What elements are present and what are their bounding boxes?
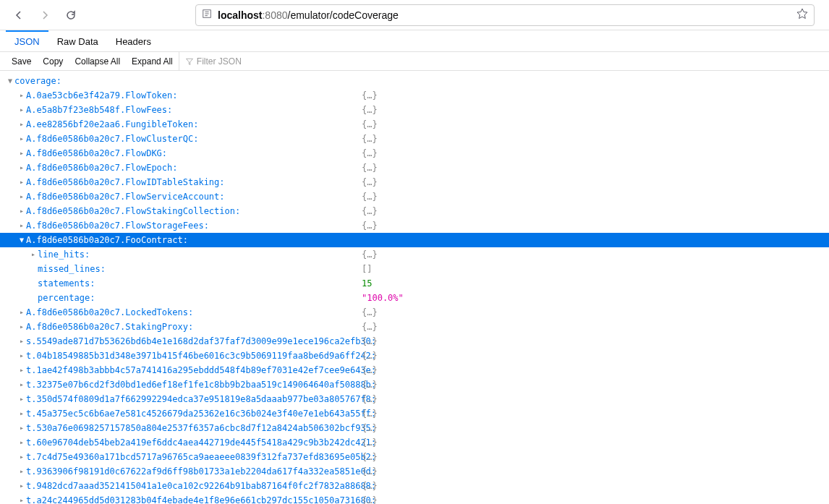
json-key[interactable]: A.f8d6e0586b0a20c7.LockedTokens: [26,305,193,320]
json-key[interactable]: A.f8d6e0586b0a20c7.FlowServiceAccount: [26,189,225,204]
chevron-right-icon[interactable]: ▸ [17,349,26,363]
json-key[interactable]: A.f8d6e0586b0a20c7.FlowStorageFees: [26,218,209,233]
json-key[interactable]: A.e5a8b7f23e8b548f.FlowFees: [26,103,172,117]
chevron-right-icon[interactable]: ▸ [17,146,26,161]
chevron-right-icon[interactable]: ▸ [17,204,26,218]
chevron-right-icon[interactable]: ▸ [17,88,26,103]
json-child-row[interactable]: statements: 15 [0,276,829,291]
chevron-right-icon[interactable]: ▸ [17,161,26,175]
tab-headers[interactable]: Headers [107,30,160,51]
json-key[interactable]: t.60e96704deb54beb2a419ef6ddc4aea442719d… [26,435,376,450]
json-key[interactable]: statements: [38,276,95,291]
save-button[interactable]: Save [6,52,37,70]
chevron-right-icon[interactable]: ▸ [17,132,26,146]
json-key[interactable]: coverage: [14,74,61,88]
expand-all-button[interactable]: Expand All [126,52,179,70]
json-object-row[interactable]: ▸A.f8d6e0586b0a20c7.FlowServiceAccount:{… [0,189,829,204]
json-key[interactable]: t.9363906f98191d0c67622af9d6ff98b01733a1… [26,464,376,479]
json-key[interactable]: t.7c4d75e49360a171bcd5717a96765ca9aeaeee… [26,450,376,464]
json-object-row[interactable]: ▸A.e5a8b7f23e8b548f.FlowFees:{…} [0,103,829,117]
forward-button[interactable] [35,5,55,25]
json-object-row[interactable]: ▸A.0ae53cb6e3f42a79.FlowToken:{…} [0,88,829,103]
json-key[interactable]: line_hits: [38,247,90,262]
chevron-right-icon[interactable]: ▸ [17,406,26,421]
chevron-right-icon[interactable]: ▸ [17,117,26,132]
tab-raw-data[interactable]: Raw Data [48,30,107,51]
chevron-right-icon[interactable]: ▸ [17,218,26,233]
chevron-right-icon[interactable]: ▸ [17,464,26,479]
json-object-row[interactable]: ▸A.f8d6e0586b0a20c7.FlowIDTableStaking:{… [0,175,829,189]
chevron-right-icon[interactable]: ▸ [17,175,26,189]
json-object-row[interactable]: ▸t.32375e07b6cd2f3d0bd1ed6ef18ef1fe1c8bb… [0,377,829,392]
json-key[interactable]: A.f8d6e0586b0a20c7.FlowDKG: [26,146,167,161]
json-root-row[interactable]: ▼ coverage: [0,74,829,88]
json-key[interactable]: t.45a375ec5c6b6ae7e581c4526679da25362e16… [26,406,376,421]
chevron-right-icon[interactable]: ▸ [17,392,26,406]
json-key[interactable]: A.f8d6e0586b0a20c7.StakingProxy: [26,320,193,334]
json-object-row[interactable]: ▸A.f8d6e0586b0a20c7.FlowStorageFees:{…} [0,218,829,233]
chevron-right-icon[interactable]: ▸ [17,320,26,334]
json-key[interactable]: t.32375e07b6cd2f3d0bd1ed6ef18ef1fe1c8bb9… [26,377,376,392]
json-object-row[interactable]: ▸A.f8d6e0586b0a20c7.FlowDKG:{…} [0,146,829,161]
json-object-row[interactable]: ▸A.f8d6e0586b0a20c7.FlowStakingCollectio… [0,204,829,218]
json-key[interactable]: s.5549ade871d7b53626bd6b4e1e168d2daf37fa… [26,334,376,349]
filter-input[interactable] [197,56,269,67]
copy-button[interactable]: Copy [37,52,69,70]
chevron-right-icon[interactable]: ▸ [17,421,26,435]
json-object-row[interactable]: ▸A.f8d6e0586b0a20c7.FlowEpoch:{…} [0,161,829,175]
json-key[interactable]: percentage: [38,291,95,305]
chevron-right-icon[interactable]: ▸ [17,377,26,392]
chevron-right-icon[interactable]: ▸ [17,103,26,117]
tab-json[interactable]: JSON [6,30,48,51]
json-object-row[interactable]: ▸t.7c4d75e49360a171bcd5717a96765ca9aeaee… [0,450,829,464]
json-child-row[interactable]: missed_lines: [] [0,262,829,276]
json-object-row[interactable]: ▸A.f8d6e0586b0a20c7.FlowClusterQC:{…} [0,132,829,146]
json-key[interactable]: t.530a76e0698257157850a804e2537f6357a6cb… [26,421,376,435]
chevron-down-icon[interactable]: ▼ [17,233,26,247]
chevron-right-icon[interactable]: ▸ [17,450,26,464]
chevron-right-icon[interactable]: ▸ [17,435,26,450]
chevron-right-icon[interactable]: ▸ [17,334,26,349]
json-key[interactable]: t.9482dcd7aaad3521415041a1e0ca102c92264b… [26,479,376,493]
json-key[interactable]: A.0ae53cb6e3f42a79.FlowToken: [26,88,178,103]
chevron-right-icon[interactable]: ▸ [17,189,26,204]
chevron-right-icon[interactable]: ▸ [17,479,26,493]
json-object-row[interactable]: ▸A.ee82856bf20e2aa6.FungibleToken:{…} [0,117,829,132]
json-key[interactable]: t.04b18549885b31d348e3971b415f46be6016c3… [26,349,376,363]
json-object-row[interactable]: ▸t.530a76e0698257157850a804e2537f6357a6c… [0,421,829,435]
json-object-row[interactable]: ▸s.5549ade871d7b53626bd6b4e1e168d2daf37f… [0,334,829,349]
bookmark-button[interactable] [796,8,808,22]
json-object-row[interactable]: ▸t.a24c244965dd5d031283b04f4ebade4e1f8e9… [0,493,829,504]
chevron-right-icon[interactable]: ▸ [17,493,26,504]
collapse-all-button[interactable]: Collapse All [69,52,126,70]
json-child-row[interactable]: percentage: "100.0%" [0,291,829,305]
json-object-row[interactable]: ▸t.60e96704deb54beb2a419ef6ddc4aea442719… [0,435,829,450]
chevron-right-icon[interactable]: ▸ [17,305,26,320]
json-key[interactable]: t.350d574f0809d1a7f662992294edca37e95181… [26,392,376,406]
reload-button[interactable] [61,5,81,25]
json-object-row[interactable]: ▸A.f8d6e0586b0a20c7.StakingProxy:{…} [0,320,829,334]
json-key[interactable]: missed_lines: [38,262,106,276]
json-key[interactable]: A.f8d6e0586b0a20c7.FlowClusterQC: [26,132,198,146]
json-key[interactable]: A.ee82856bf20e2aa6.FungibleToken: [26,117,198,132]
json-key[interactable]: A.f8d6e0586b0a20c7.FlowStakingCollection… [26,204,240,218]
json-child-row[interactable]: ▸ line_hits: {…} [0,247,829,262]
json-object-row[interactable]: ▸t.350d574f0809d1a7f662992294edca37e9518… [0,392,829,406]
chevron-right-icon[interactable]: ▸ [29,247,38,262]
json-object-row[interactable]: ▸A.f8d6e0586b0a20c7.LockedTokens:{…} [0,305,829,320]
json-object-row[interactable]: ▸t.45a375ec5c6b6ae7e581c4526679da25362e1… [0,406,829,421]
chevron-right-icon[interactable]: ▸ [17,363,26,377]
json-key[interactable]: A.f8d6e0586b0a20c7.FooContract: [26,233,188,247]
json-object-row-selected[interactable]: ▼ A.f8d6e0586b0a20c7.FooContract: [0,233,829,247]
json-object-row[interactable]: ▸t.04b18549885b31d348e3971b415f46be6016c… [0,349,829,363]
json-object-row[interactable]: ▸t.1ae42f498b3abbb4c57a741416a295ebddd54… [0,363,829,377]
json-key[interactable]: A.f8d6e0586b0a20c7.FlowIDTableStaking: [26,175,225,189]
url-bar[interactable]: localhost:8080/emulator/codeCoverage [195,4,815,26]
json-key[interactable]: t.1ae42f498b3abbb4c57a741416a295ebddd548… [26,363,376,377]
json-object-row[interactable]: ▸t.9482dcd7aaad3521415041a1e0ca102c92264… [0,479,829,493]
json-key[interactable]: A.f8d6e0586b0a20c7.FlowEpoch: [26,161,178,175]
back-button[interactable] [9,5,29,25]
json-object-row[interactable]: ▸t.9363906f98191d0c67622af9d6ff98b01733a… [0,464,829,479]
json-key[interactable]: t.a24c244965dd5d031283b04f4ebade4e1f8e96… [26,493,376,504]
chevron-down-icon[interactable]: ▼ [6,74,14,88]
